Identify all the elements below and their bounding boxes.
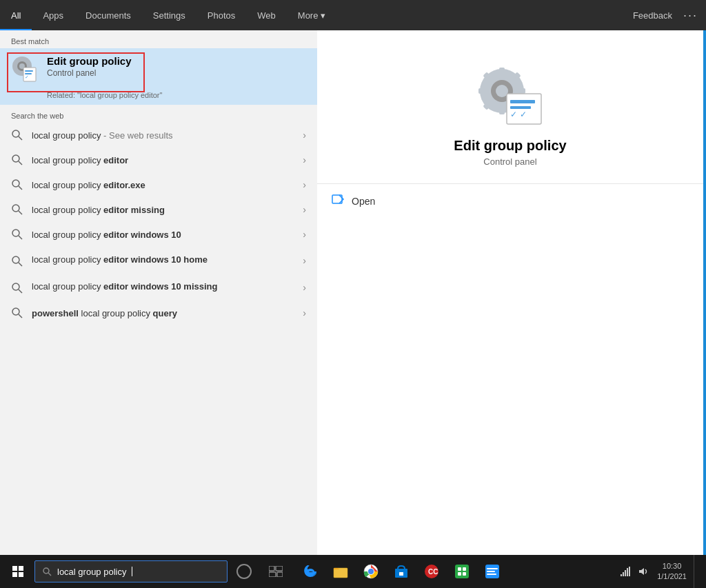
app-green[interactable] <box>447 555 477 588</box>
tabs-bar: All Apps Documents Settings Photos Web M… <box>0 0 706 30</box>
taskbar-search-text: local group policy <box>57 567 126 577</box>
taskbar: local group policy <box>0 555 706 588</box>
svg-line-12 <box>19 186 22 190</box>
search-icon <box>11 179 23 191</box>
start-button[interactable] <box>3 555 33 588</box>
svg-rect-64 <box>625 570 626 576</box>
web-item-6[interactable]: local group policy editor windows 10 hom… <box>0 247 317 274</box>
tab-more[interactable]: More ▾ <box>287 0 336 30</box>
tab-settings[interactable]: Settings <box>142 0 196 30</box>
web-item-2[interactable]: local group policy editor › <box>0 148 317 172</box>
edge-icon <box>302 563 319 580</box>
web-item-8[interactable]: powershell local group policy query › <box>0 301 317 325</box>
web-item-5[interactable]: local group policy editor windows 10 › <box>0 222 317 247</box>
tab-photos[interactable]: Photos <box>196 0 246 30</box>
app-blue-icon <box>484 563 501 580</box>
svg-rect-57 <box>463 572 466 576</box>
network-tray-icon[interactable] <box>618 565 632 578</box>
svg-line-8 <box>19 136 22 140</box>
svg-line-18 <box>19 263 22 266</box>
store-app[interactable] <box>386 555 416 588</box>
file-explorer-app[interactable] <box>325 555 356 588</box>
app-green-icon <box>454 563 470 580</box>
web-item-text-7: local group policy editor windows 10 mis… <box>32 280 303 294</box>
web-item-text-2: local group policy editor <box>32 155 303 165</box>
svg-point-9 <box>12 155 19 162</box>
web-item-text-4: local group policy editor missing <box>32 205 303 215</box>
search-icon <box>11 255 23 267</box>
svg-rect-54 <box>458 567 461 571</box>
show-desktop-button[interactable] <box>694 555 698 588</box>
chrome-icon <box>363 563 379 580</box>
svg-point-13 <box>12 205 19 212</box>
system-tray: 10:30 1/1/2021 <box>618 555 703 588</box>
taskbar-search-bar[interactable]: local group policy <box>34 560 228 582</box>
tab-all[interactable]: All <box>0 0 32 30</box>
date-display: 1/1/2021 <box>657 571 687 582</box>
edge-app[interactable] <box>295 555 325 588</box>
svg-line-16 <box>19 236 22 239</box>
svg-rect-28 <box>478 88 485 94</box>
ccleaner-app[interactable]: CC <box>416 555 447 588</box>
svg-line-10 <box>19 161 22 165</box>
web-item-text-6: local group policy editor windows 10 hom… <box>32 253 303 267</box>
right-panel: ✓ ✓ Edit group policy Control panel Open <box>317 30 703 555</box>
tab-web[interactable]: Web <box>246 0 287 30</box>
best-match-text-area: Edit group policy Control panel <box>47 55 132 78</box>
web-item-4[interactable]: local group policy editor missing › <box>0 197 317 222</box>
cortana-icon <box>236 564 252 579</box>
svg-rect-66 <box>629 567 630 576</box>
web-item-text-5: local group policy editor windows 10 <box>32 230 303 240</box>
svg-line-14 <box>19 211 22 214</box>
time-display: 10:30 <box>663 561 682 571</box>
gpo-small-icon: ✓ <box>11 55 39 83</box>
tab-apps[interactable]: Apps <box>32 0 74 30</box>
store-icon <box>393 563 410 580</box>
svg-rect-62 <box>621 574 622 576</box>
file-explorer-icon <box>332 564 349 579</box>
svg-point-40 <box>43 568 49 574</box>
ccleaner-icon: CC <box>423 563 440 580</box>
web-section-label: Search the web <box>0 105 317 123</box>
volume-tray-icon[interactable] <box>636 565 650 578</box>
cortana-button[interactable] <box>229 555 259 588</box>
chevron-icon-1: › <box>303 130 306 141</box>
clock-tray[interactable]: 10:30 1/1/2021 <box>654 561 689 582</box>
svg-rect-55 <box>463 567 466 571</box>
svg-rect-46 <box>334 568 347 578</box>
search-icon <box>11 307 23 319</box>
chevron-icon-2: › <box>303 154 306 165</box>
svg-rect-60 <box>487 571 495 572</box>
web-item-1[interactable]: local group policy - See web results › <box>0 123 317 148</box>
feedback-button[interactable]: Feedback <box>633 10 672 21</box>
best-match-subtitle: Control panel <box>47 68 132 78</box>
svg-point-7 <box>12 130 19 137</box>
web-item-text-8: powershell local group policy query <box>32 308 303 318</box>
chevron-icon-6: › <box>303 255 306 266</box>
svg-marker-67 <box>639 568 644 575</box>
web-item-text-1: local group policy - See web results <box>32 130 303 141</box>
open-label: Open <box>352 196 375 207</box>
svg-point-15 <box>12 230 19 236</box>
svg-rect-53 <box>455 565 469 578</box>
svg-rect-65 <box>627 568 628 576</box>
svg-rect-43 <box>276 566 283 571</box>
svg-rect-4 <box>25 70 33 72</box>
search-icon <box>11 203 23 216</box>
svg-rect-36 <box>510 106 531 109</box>
left-column: Best match ✓ <box>0 30 317 555</box>
more-dots[interactable]: ··· <box>683 8 698 23</box>
gpo-large-icon: ✓ ✓ <box>476 65 545 127</box>
web-item-7[interactable]: local group policy editor windows 10 mis… <box>0 274 317 301</box>
web-item-3[interactable]: local group policy editor.exe › <box>0 172 317 197</box>
blue-bg-right <box>703 30 706 555</box>
app-blue[interactable] <box>477 555 507 588</box>
best-match-item[interactable]: ✓ Edit group policy Control panel <box>0 48 317 88</box>
svg-rect-45 <box>277 572 283 577</box>
chevron-icon-3: › <box>303 179 306 190</box>
task-view-button[interactable] <box>261 555 291 588</box>
svg-rect-42 <box>269 566 274 571</box>
tab-documents[interactable]: Documents <box>74 0 142 30</box>
open-button[interactable]: Open <box>317 184 703 218</box>
chrome-app[interactable] <box>356 555 386 588</box>
